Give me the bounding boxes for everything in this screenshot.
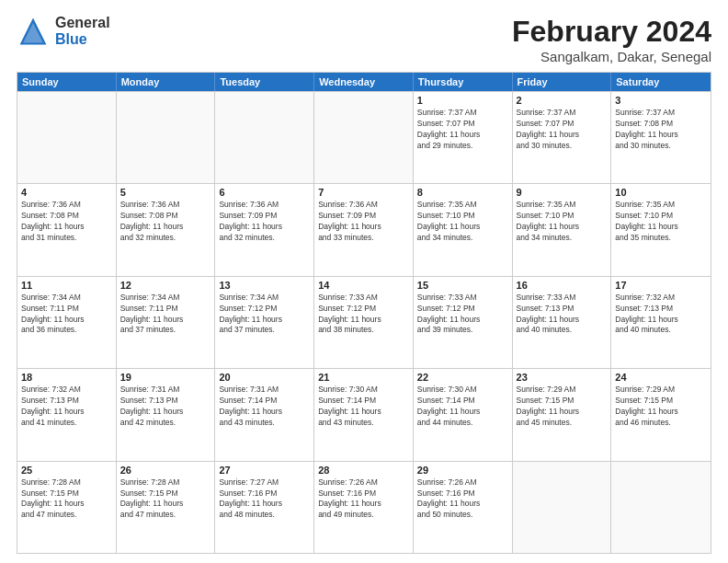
cell-day-info: Sunrise: 7:33 AM Sunset: 7:13 PM Dayligh…: [517, 293, 608, 337]
calendar: SundayMondayTuesdayWednesdayThursdayFrid…: [17, 72, 711, 554]
calendar-week: 18Sunrise: 7:32 AM Sunset: 7:13 PM Dayli…: [17, 368, 711, 460]
calendar-cell: 11Sunrise: 7:34 AM Sunset: 7:11 PM Dayli…: [17, 277, 117, 368]
calendar-cell: [17, 92, 117, 183]
cell-day-info: Sunrise: 7:34 AM Sunset: 7:12 PM Dayligh…: [219, 293, 310, 337]
calendar-cell: 9Sunrise: 7:35 AM Sunset: 7:10 PM Daylig…: [513, 184, 612, 275]
cell-day-number: 21: [318, 372, 409, 383]
calendar-cell: 15Sunrise: 7:33 AM Sunset: 7:12 PM Dayli…: [414, 277, 513, 368]
cell-day-number: 23: [517, 372, 608, 383]
calendar-cell: 17Sunrise: 7:32 AM Sunset: 7:13 PM Dayli…: [611, 277, 711, 368]
cell-day-number: 14: [318, 280, 409, 291]
cell-day-number: 18: [21, 372, 112, 383]
calendar-week: 4Sunrise: 7:36 AM Sunset: 7:08 PM Daylig…: [17, 183, 711, 275]
calendar-cell: 26Sunrise: 7:28 AM Sunset: 7:15 PM Dayli…: [117, 462, 216, 553]
logo-text: General Blue: [55, 15, 110, 47]
calendar-header-row: SundayMondayTuesdayWednesdayThursdayFrid…: [17, 73, 711, 91]
calendar-cell: 25Sunrise: 7:28 AM Sunset: 7:15 PM Dayli…: [17, 462, 117, 553]
cell-day-info: Sunrise: 7:34 AM Sunset: 7:11 PM Dayligh…: [120, 293, 211, 337]
header: General Blue February 2024 Sangalkam, Da…: [17, 15, 711, 64]
cell-day-number: 16: [517, 280, 608, 291]
calendar-cell: [611, 462, 711, 553]
logo-general: General: [55, 15, 110, 31]
calendar-cell: 29Sunrise: 7:26 AM Sunset: 7:16 PM Dayli…: [414, 462, 513, 553]
cell-day-info: Sunrise: 7:31 AM Sunset: 7:13 PM Dayligh…: [120, 385, 211, 429]
cell-day-number: 15: [417, 280, 508, 291]
cell-day-number: 28: [318, 465, 409, 476]
cell-day-info: Sunrise: 7:34 AM Sunset: 7:11 PM Dayligh…: [21, 293, 112, 337]
calendar-cell: 6Sunrise: 7:36 AM Sunset: 7:09 PM Daylig…: [215, 184, 314, 275]
cell-day-info: Sunrise: 7:36 AM Sunset: 7:08 PM Dayligh…: [21, 200, 112, 244]
sub-title: Sangalkam, Dakar, Senegal: [512, 49, 711, 64]
calendar-cell: 24Sunrise: 7:29 AM Sunset: 7:15 PM Dayli…: [611, 369, 711, 460]
calendar-cell: 18Sunrise: 7:32 AM Sunset: 7:13 PM Dayli…: [17, 369, 117, 460]
calendar-header-cell: Monday: [117, 73, 216, 91]
calendar-cell: [513, 462, 612, 553]
page: General Blue February 2024 Sangalkam, Da…: [0, 0, 728, 563]
cell-day-number: 29: [417, 465, 508, 476]
cell-day-info: Sunrise: 7:33 AM Sunset: 7:12 PM Dayligh…: [318, 293, 409, 337]
cell-day-info: Sunrise: 7:33 AM Sunset: 7:12 PM Dayligh…: [417, 293, 508, 337]
calendar-week: 25Sunrise: 7:28 AM Sunset: 7:15 PM Dayli…: [17, 461, 711, 553]
cell-day-info: Sunrise: 7:36 AM Sunset: 7:09 PM Dayligh…: [219, 200, 310, 244]
cell-day-number: 7: [318, 187, 409, 198]
cell-day-info: Sunrise: 7:37 AM Sunset: 7:07 PM Dayligh…: [517, 108, 608, 152]
cell-day-info: Sunrise: 7:37 AM Sunset: 7:08 PM Dayligh…: [615, 108, 707, 152]
cell-day-number: 11: [21, 280, 112, 291]
cell-day-number: 1: [417, 95, 508, 106]
calendar-header-cell: Friday: [513, 73, 612, 91]
calendar-cell: 3Sunrise: 7:37 AM Sunset: 7:08 PM Daylig…: [611, 92, 711, 183]
logo: General Blue: [17, 15, 110, 48]
cell-day-info: Sunrise: 7:27 AM Sunset: 7:16 PM Dayligh…: [219, 477, 310, 522]
cell-day-info: Sunrise: 7:26 AM Sunset: 7:16 PM Dayligh…: [318, 477, 409, 522]
cell-day-number: 27: [219, 465, 310, 476]
calendar-cell: 7Sunrise: 7:36 AM Sunset: 7:09 PM Daylig…: [314, 184, 414, 275]
cell-day-info: Sunrise: 7:35 AM Sunset: 7:10 PM Dayligh…: [615, 200, 707, 244]
cell-day-number: 20: [219, 372, 310, 383]
cell-day-info: Sunrise: 7:35 AM Sunset: 7:10 PM Dayligh…: [417, 200, 508, 244]
calendar-cell: 14Sunrise: 7:33 AM Sunset: 7:12 PM Dayli…: [314, 277, 414, 368]
title-block: February 2024 Sangalkam, Dakar, Senegal: [512, 15, 711, 64]
calendar-cell: 5Sunrise: 7:36 AM Sunset: 7:08 PM Daylig…: [117, 184, 216, 275]
calendar-cell: 10Sunrise: 7:35 AM Sunset: 7:10 PM Dayli…: [611, 184, 711, 275]
calendar-cell: 19Sunrise: 7:31 AM Sunset: 7:13 PM Dayli…: [117, 369, 216, 460]
calendar-cell: 8Sunrise: 7:35 AM Sunset: 7:10 PM Daylig…: [414, 184, 513, 275]
main-title: February 2024: [512, 15, 711, 49]
calendar-cell: 13Sunrise: 7:34 AM Sunset: 7:12 PM Dayli…: [215, 277, 314, 368]
calendar-cell: [117, 92, 216, 183]
calendar-cell: 16Sunrise: 7:33 AM Sunset: 7:13 PM Dayli…: [513, 277, 612, 368]
calendar-cell: 1Sunrise: 7:37 AM Sunset: 7:07 PM Daylig…: [414, 92, 513, 183]
cell-day-number: 25: [21, 465, 112, 476]
calendar-cell: 12Sunrise: 7:34 AM Sunset: 7:11 PM Dayli…: [117, 277, 216, 368]
cell-day-info: Sunrise: 7:32 AM Sunset: 7:13 PM Dayligh…: [615, 293, 707, 337]
cell-day-number: 2: [517, 95, 608, 106]
cell-day-info: Sunrise: 7:37 AM Sunset: 7:07 PM Dayligh…: [417, 108, 508, 152]
cell-day-number: 10: [615, 187, 707, 198]
cell-day-number: 26: [120, 465, 211, 476]
calendar-header-cell: Sunday: [17, 73, 117, 91]
logo-icon: [17, 15, 50, 48]
cell-day-info: Sunrise: 7:30 AM Sunset: 7:14 PM Dayligh…: [417, 385, 508, 429]
cell-day-number: 22: [417, 372, 508, 383]
calendar-cell: 20Sunrise: 7:31 AM Sunset: 7:14 PM Dayli…: [215, 369, 314, 460]
cell-day-info: Sunrise: 7:31 AM Sunset: 7:14 PM Dayligh…: [219, 385, 310, 429]
calendar-header-cell: Saturday: [611, 73, 711, 91]
cell-day-info: Sunrise: 7:28 AM Sunset: 7:15 PM Dayligh…: [120, 477, 211, 522]
calendar-week: 11Sunrise: 7:34 AM Sunset: 7:11 PM Dayli…: [17, 276, 711, 368]
calendar-cell: 4Sunrise: 7:36 AM Sunset: 7:08 PM Daylig…: [17, 184, 117, 275]
cell-day-info: Sunrise: 7:30 AM Sunset: 7:14 PM Dayligh…: [318, 385, 409, 429]
calendar-cell: 22Sunrise: 7:30 AM Sunset: 7:14 PM Dayli…: [414, 369, 513, 460]
calendar-header-cell: Wednesday: [314, 73, 414, 91]
calendar-week: 1Sunrise: 7:37 AM Sunset: 7:07 PM Daylig…: [17, 91, 711, 183]
calendar-cell: 28Sunrise: 7:26 AM Sunset: 7:16 PM Dayli…: [314, 462, 414, 553]
cell-day-info: Sunrise: 7:35 AM Sunset: 7:10 PM Dayligh…: [517, 200, 608, 244]
cell-day-info: Sunrise: 7:28 AM Sunset: 7:15 PM Dayligh…: [21, 477, 112, 522]
calendar-header-cell: Tuesday: [215, 73, 314, 91]
calendar-cell: 27Sunrise: 7:27 AM Sunset: 7:16 PM Dayli…: [215, 462, 314, 553]
cell-day-number: 9: [517, 187, 608, 198]
cell-day-number: 4: [21, 187, 112, 198]
cell-day-info: Sunrise: 7:26 AM Sunset: 7:16 PM Dayligh…: [417, 477, 508, 522]
cell-day-number: 5: [120, 187, 211, 198]
cell-day-info: Sunrise: 7:32 AM Sunset: 7:13 PM Dayligh…: [21, 385, 112, 429]
cell-day-number: 6: [219, 187, 310, 198]
cell-day-info: Sunrise: 7:29 AM Sunset: 7:15 PM Dayligh…: [615, 385, 707, 429]
